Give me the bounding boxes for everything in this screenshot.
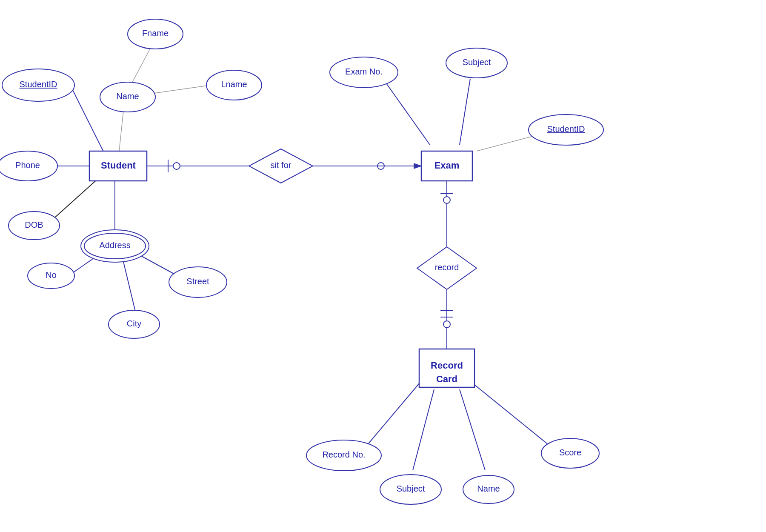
line-subject-rc	[413, 389, 434, 470]
entity-recordcard-label1: Record	[431, 360, 463, 371]
line-recordno-rc	[364, 381, 421, 449]
attr-studentid-label: StudentID	[20, 80, 57, 89]
line-dob-student	[55, 179, 98, 217]
attribute-street: Street	[169, 267, 227, 297]
attr-fname-label: Fname	[142, 29, 169, 38]
attribute-lname: Lname	[206, 70, 262, 100]
attribute-studentid: StudentID	[2, 69, 74, 101]
relationship-sitfor: sit for	[249, 149, 313, 183]
attribute-no: No	[28, 263, 74, 289]
attribute-exam-no: Exam No.	[330, 57, 398, 88]
attribute-name-rc: Name	[463, 475, 514, 503]
attr-subject-rc-label: Subject	[397, 484, 425, 493]
notation-circle-1	[173, 163, 180, 169]
relationship-record-label: record	[435, 263, 459, 272]
attribute-city: City	[109, 310, 160, 338]
entity-recordcard-label2: Card	[436, 374, 457, 384]
line-lname-name	[151, 85, 211, 94]
attr-name-rc-label: Name	[477, 484, 500, 493]
line-studentid-student	[70, 85, 104, 153]
relationship-sitfor-label: sit for	[271, 160, 292, 170]
attribute-name: Name	[100, 82, 155, 112]
attr-street-label: Street	[186, 277, 209, 286]
attribute-subject-rc: Subject	[380, 475, 441, 504]
attr-dob-label: DOB	[25, 220, 43, 229]
attr-name-label: Name	[116, 92, 139, 101]
er-diagram: Student Exam Record Card sit for record …	[0, 0, 766, 532]
attribute-dob: DOB	[9, 212, 60, 240]
attr-phone-label: Phone	[15, 160, 40, 170]
notation-circle-rc	[443, 321, 450, 328]
attr-studentid-exam-label: StudentID	[547, 124, 585, 134]
line-name-student	[119, 111, 123, 151]
attribute-fname: Fname	[128, 19, 183, 49]
attr-no-label: No	[46, 270, 57, 280]
attr-address-label: Address	[99, 240, 130, 250]
attr-score-label: Score	[559, 448, 581, 457]
attribute-address: Address	[81, 230, 149, 262]
line-city-address	[123, 262, 136, 315]
line-fname-name	[132, 47, 151, 83]
entity-student-label: Student	[101, 160, 136, 171]
attr-examno-label: Exam No.	[345, 67, 383, 76]
attribute-studentid-exam: StudentID	[529, 114, 603, 145]
line-score-rc	[472, 383, 551, 447]
attribute-phone: Phone	[0, 151, 57, 181]
entity-exam-label: Exam	[434, 160, 460, 171]
attribute-record-no: Record No.	[306, 440, 381, 471]
entity-student: Student	[89, 151, 147, 181]
entity-exam: Exam	[421, 151, 472, 181]
attr-lname-label: Lname	[221, 80, 247, 89]
attr-city-label: City	[127, 319, 141, 328]
relationship-record: record	[417, 247, 477, 289]
attribute-score: Score	[541, 438, 599, 468]
attr-recordno-label: Record No.	[322, 450, 365, 459]
notation-circle-exam	[443, 197, 450, 203]
line-name-rc	[460, 389, 485, 470]
line-examno-exam	[383, 79, 430, 145]
entity-record-card: Record Card	[419, 349, 474, 387]
attribute-subject-exam: Subject	[446, 48, 507, 78]
attr-subject-exam-label: Subject	[463, 57, 491, 67]
line-subject-exam	[460, 79, 470, 145]
